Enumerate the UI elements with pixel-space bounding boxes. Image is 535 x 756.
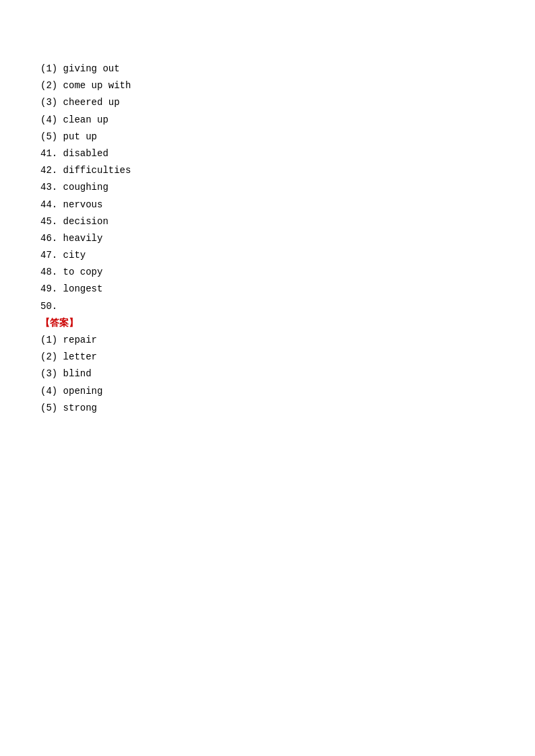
content-line-1: (1) giving out (40, 61, 495, 77)
content-line-8: 43. coughing (40, 179, 495, 196)
content-line-19: (3) blind (40, 366, 495, 382)
content-line-2: (2) come up with (40, 77, 495, 94)
content-line-18: (2) letter (40, 349, 495, 366)
content-line-11: 46. heavily (40, 230, 495, 247)
content-line-17: (1) repair (40, 332, 495, 349)
content-line-10: 45. decision (40, 213, 495, 230)
content-line-21: (5) strong (40, 400, 495, 417)
content-line-7: 42. difficulties (40, 162, 495, 179)
content-line-5: (5) put up (40, 129, 495, 145)
main-content: (1) giving out(2) come up with(3) cheere… (40, 61, 495, 417)
content-line-12: 47. city (40, 247, 495, 264)
content-line-3: (3) cheered up (40, 94, 495, 111)
content-line-15: 50. (40, 298, 495, 315)
content-line-20: (4) opening (40, 383, 495, 400)
content-line-16: 【答案】 (40, 315, 495, 332)
content-line-14: 49. longest (40, 281, 495, 298)
content-line-9: 44. nervous (40, 197, 495, 213)
content-line-6: 41. disabled (40, 145, 495, 162)
content-line-4: (4) clean up (40, 112, 495, 129)
content-line-13: 48. to copy (40, 264, 495, 281)
